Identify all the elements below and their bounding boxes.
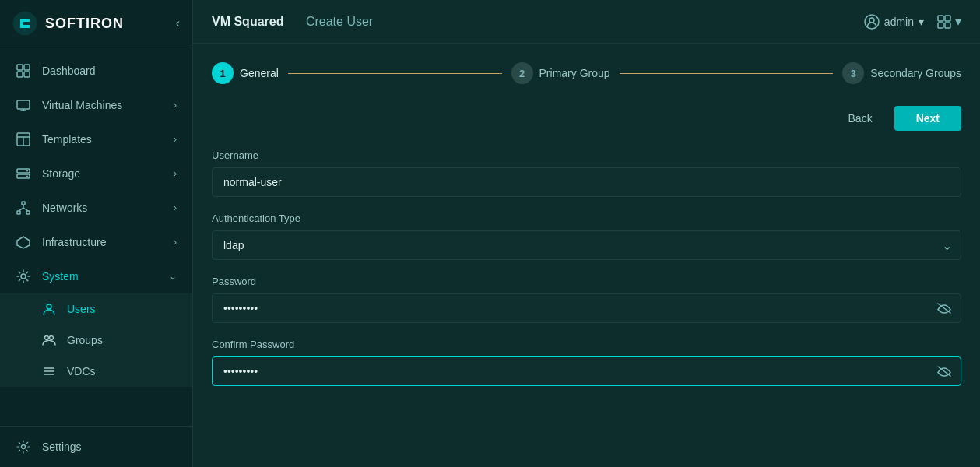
svg-rect-17 (26, 211, 30, 214)
svg-point-22 (47, 304, 51, 309)
svg-point-23 (45, 336, 49, 340)
sidebar-item-label-vdcs: VDCs (67, 365, 96, 377)
step-3-label: Secondary Groups (870, 67, 961, 79)
logo-text: SOFTIRON (45, 16, 124, 32)
admin-avatar-icon (864, 14, 880, 30)
username-label: Username (212, 149, 961, 161)
back-button[interactable]: Back (836, 106, 885, 131)
system-icon (16, 269, 31, 284)
username-input[interactable] (212, 167, 961, 197)
sidebar-item-label-dashboard: Dashboard (42, 65, 96, 77)
sidebar-item-label-templates: Templates (42, 133, 92, 146)
svg-rect-31 (938, 16, 943, 21)
step-3: 3 Secondary Groups (842, 62, 961, 84)
templates-icon (16, 132, 31, 147)
sidebar-item-label-users: Users (67, 303, 96, 315)
step-1-label: General (240, 67, 279, 79)
infrastructure-arrow-icon: › (174, 237, 177, 248)
softiron-logo-icon (12, 11, 37, 36)
sidebar-item-dashboard[interactable]: Dashboard (0, 54, 192, 88)
view-switcher-arrow-icon: ▾ (955, 14, 961, 29)
svg-point-21 (21, 274, 26, 279)
svg-rect-2 (24, 65, 30, 70)
confirm-password-label: Confirm Password (212, 339, 961, 350)
sidebar-item-label-networks: Networks (42, 202, 87, 214)
topbar-app-name: VM Squared (212, 15, 283, 29)
svg-point-28 (22, 445, 26, 449)
auth-type-select[interactable]: ldap local x509 (212, 230, 961, 260)
step-1: 1 General (212, 62, 279, 84)
auth-type-select-wrapper: ldap local x509 ⌄ (212, 230, 961, 260)
create-user-stepper: 1 General 2 Primary Group 3 Secondary Gr… (212, 62, 961, 84)
sidebar-item-vdcs[interactable]: VDCs (0, 356, 192, 387)
confirm-password-toggle-visibility-icon[interactable] (936, 365, 952, 377)
sidebar-item-label-system: System (42, 270, 79, 283)
svg-rect-5 (17, 100, 30, 109)
svg-line-20 (23, 208, 28, 211)
password-toggle-visibility-icon[interactable] (936, 302, 952, 314)
svg-point-0 (13, 12, 37, 35)
groups-icon (42, 333, 56, 347)
sidebar-item-label-vms: Virtual Machines (42, 99, 122, 111)
sidebar-collapse-button[interactable]: ‹ (176, 16, 180, 30)
sidebar-item-templates[interactable]: Templates › (0, 122, 192, 156)
storage-icon (16, 166, 31, 181)
content-area: 1 General 2 Primary Group 3 Secondary Gr… (193, 44, 980, 467)
sidebar-item-label-storage: Storage (42, 167, 80, 180)
svg-rect-32 (945, 16, 950, 21)
admin-dropdown-arrow-icon: ▾ (919, 16, 924, 28)
step-2-label: Primary Group (539, 67, 610, 79)
sidebar-item-storage[interactable]: Storage › (0, 156, 192, 191)
topbar-page-subtitle: Create User (306, 15, 373, 29)
templates-arrow-icon: › (174, 134, 177, 145)
form-navigation: Back Next (212, 106, 961, 131)
sidebar-item-settings[interactable]: Settings (0, 430, 192, 464)
step-3-number: 3 (851, 68, 856, 79)
view-switcher-button[interactable]: ▾ (936, 14, 961, 30)
sidebar-nav: Dashboard Virtual Machines › (0, 47, 192, 426)
svg-rect-33 (938, 23, 943, 28)
step-1-number: 1 (220, 68, 225, 79)
username-field-group: Username (212, 149, 961, 197)
svg-rect-16 (17, 211, 20, 214)
vms-arrow-icon: › (174, 100, 177, 111)
confirm-password-input[interactable] (212, 356, 961, 386)
sidebar-item-networks[interactable]: Networks › (0, 191, 192, 225)
topbar-actions: admin ▾ ▾ (864, 14, 961, 30)
svg-point-13 (26, 170, 28, 172)
svg-point-24 (50, 336, 54, 340)
password-input-wrapper (212, 293, 961, 323)
topbar-breadcrumb: VM Squared Create User (212, 15, 373, 29)
step-1-circle: 1 (212, 62, 234, 84)
next-button[interactable]: Next (894, 106, 961, 131)
dashboard-icon (16, 63, 31, 79)
sidebar-item-users[interactable]: Users (0, 293, 192, 325)
infrastructure-icon (16, 234, 31, 250)
users-icon (42, 302, 56, 316)
grid-view-icon (936, 14, 952, 30)
svg-point-30 (869, 18, 874, 23)
step-line-2-3 (620, 73, 834, 74)
svg-rect-4 (24, 72, 30, 77)
password-label: Password (212, 276, 961, 287)
svg-rect-3 (17, 72, 23, 77)
auth-type-label: Authentication Type (212, 212, 961, 224)
sidebar-item-virtual-machines[interactable]: Virtual Machines › (0, 88, 192, 122)
step-2-circle: 2 (511, 62, 533, 84)
topbar: VM Squared Create User admin ▾ (193, 0, 980, 44)
auth-type-field-group: Authentication Type ldap local x509 ⌄ (212, 212, 961, 260)
sidebar-item-label-groups: Groups (67, 334, 103, 346)
settings-icon (16, 439, 31, 455)
svg-rect-34 (945, 23, 950, 28)
sidebar-item-label-infrastructure: Infrastructure (42, 236, 106, 248)
svg-rect-15 (22, 202, 25, 205)
password-input[interactable] (212, 293, 961, 323)
confirm-password-field-group: Confirm Password (212, 339, 961, 386)
sidebar-item-infrastructure[interactable]: Infrastructure › (0, 225, 192, 259)
networks-icon (16, 200, 31, 216)
sidebar-item-groups[interactable]: Groups (0, 325, 192, 356)
sidebar-item-system[interactable]: System ⌄ (0, 259, 192, 293)
main-content: VM Squared Create User admin ▾ (193, 0, 980, 467)
step-2-number: 2 (519, 68, 525, 79)
admin-menu-button[interactable]: admin ▾ (864, 14, 924, 30)
